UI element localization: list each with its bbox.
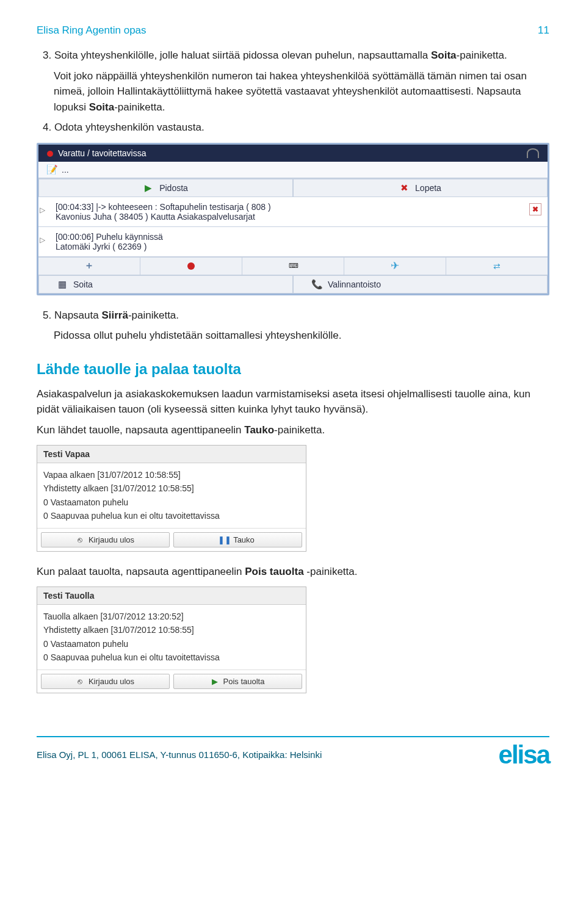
expand-icon[interactable]: ▷ — [40, 206, 45, 214]
call-entry-1: ▷ [00:04:33] |-> kohteeseen : Softapuhel… — [38, 197, 548, 227]
step-3-detail: Voit joko näppäillä yhteyshenkilön numer… — [37, 68, 549, 115]
status-text: Varattu / tavoitettavissa — [58, 148, 146, 158]
status-busy-icon — [47, 151, 53, 157]
plus-icon: ＋ — [84, 259, 94, 272]
free-since: Vapaa alkaen [31/07/2012 10:58:55] — [43, 468, 300, 482]
end-call-label: Lopeta — [415, 183, 441, 193]
connected-since: Yhdistetty alkaen [31/07/2012 10:58:55] — [43, 623, 300, 637]
logout-icon: ⎋ — [76, 536, 84, 543]
page-number: 11 — [538, 24, 549, 37]
unhold-button[interactable]: ▶ Pidosta — [38, 179, 293, 197]
dialpad-icon: ▦ — [57, 280, 67, 289]
elisa-logo: elisa — [499, 742, 549, 768]
play-icon: ▶ — [211, 677, 219, 685]
keyboard-icon: ⌨ — [289, 262, 298, 270]
logout-icon: ⎋ — [76, 677, 84, 685]
transfer-out-icon: ✈ — [391, 259, 399, 272]
close-icon: ✖ — [399, 183, 409, 193]
incoming-unavailable: 0 Saapuvaa puhelua kun ei oltu tavoitett… — [43, 509, 300, 522]
step-4: 4. Odota yhteyshenkilön vastausta. — [37, 120, 549, 135]
panel-button-bar: ⎋ Kirjaudu ulos ❚❚ Tauko — [37, 528, 306, 551]
pause-button[interactable]: ❚❚ Tauko — [173, 532, 302, 547]
call-bottom-bar: ▦ Soita 📞 Valinnantoisto — [38, 275, 548, 294]
call1-line2: Kavonius Juha ( 38405 ) Kautta Asiakaspa… — [56, 212, 539, 222]
note-icon: 📝 — [47, 165, 57, 175]
headset-icon — [527, 148, 539, 158]
section-heading-pause: Lähde tauolle ja palaa tauolta — [37, 361, 549, 378]
logout-button[interactable]: ⎋ Kirjaudu ulos — [41, 674, 170, 689]
call1-line1: [00:04:33] |-> kohteeseen : Softapuhelin… — [56, 202, 539, 212]
doc-title: Elisa Ring Agentin opas — [37, 24, 146, 37]
toolbar-transfer-button[interactable]: ✈ — [344, 258, 446, 275]
panel-title: Testi Vapaa — [37, 446, 306, 463]
pause-icon: ❚❚ — [221, 536, 228, 543]
paused-since: Tauolla alkaen [31/07/2012 13:20:52] — [43, 610, 300, 623]
missed-calls: 0 Vastaamaton puhelu — [43, 637, 300, 651]
toolbar-add-button[interactable]: ＋ — [38, 258, 140, 275]
panel-button-bar: ⎋ Kirjaudu ulos ▶ Pois tauolta — [37, 670, 306, 693]
footer-text: Elisa Oyj, PL 1, 00061 ELISA, Y-tunnus 0… — [37, 749, 322, 760]
pause-intro: Asiakaspalvelun ja asiakaskokemuksen laa… — [37, 386, 549, 417]
logout-label: Kirjaudu ulos — [89, 535, 134, 544]
page-footer: Elisa Oyj, PL 1, 00061 ELISA, Y-tunnus 0… — [37, 736, 549, 768]
step-5: 5. Napsauta Siirrä-painiketta. — [37, 308, 549, 323]
logout-button[interactable]: ⎋ Kirjaudu ulos — [41, 532, 170, 547]
remove-call-button[interactable]: ✖ — [529, 203, 541, 215]
panel-body: Vapaa alkaen [31/07/2012 10:58:55] Yhdis… — [37, 463, 306, 528]
unpause-label: Pois tauolta — [223, 677, 265, 686]
swap-icon: ⇄ — [493, 261, 501, 271]
phone-icon: 📞 — [312, 280, 322, 289]
panel-title: Testi Tauolla — [37, 587, 306, 605]
redial-label: Valinnantoisto — [328, 280, 381, 289]
unpause-button[interactable]: ▶ Pois tauolta — [173, 674, 302, 689]
incoming-unavailable: 0 Saapuvaa puhelua kun ei oltu tavoitett… — [43, 651, 300, 664]
call-panel-status-bar: Varattu / tavoitettavissa — [38, 145, 548, 162]
end-call-button[interactable]: ✖ Lopeta — [293, 179, 548, 197]
expand-icon[interactable]: ▷ — [40, 236, 45, 244]
panel-body: Tauolla alkaen [31/07/2012 13:20:52] Yhd… — [37, 605, 306, 670]
call-panel-screenshot: Varattu / tavoitettavissa 📝 ... ▶ Pidost… — [37, 143, 549, 295]
toolbar-swap-button[interactable]: ⇄ — [446, 258, 548, 275]
pause-label: Tauko — [233, 535, 255, 544]
step-5-detail: Pidossa ollut puhelu yhdistetään soittam… — [37, 328, 549, 344]
agent-panel-free: Testi Vapaa Vapaa alkaen [31/07/2012 10:… — [37, 445, 306, 552]
dial-button[interactable]: ▦ Soita — [38, 275, 293, 294]
note-row: 📝 ... — [38, 162, 548, 178]
call-toolbar: ＋ ⌨ ✈ ⇄ — [38, 257, 548, 275]
page-header: Elisa Ring Agentin opas 11 — [37, 24, 549, 37]
play-icon: ▶ — [143, 183, 153, 193]
note-text: ... — [62, 165, 69, 175]
pause-start-instruction: Kun lähdet tauolle, napsauta agenttipane… — [37, 422, 549, 438]
missed-calls: 0 Vastaamaton puhelu — [43, 496, 300, 509]
record-icon — [187, 262, 195, 270]
redial-button[interactable]: 📞 Valinnantoisto — [293, 275, 548, 294]
call-actions-row: ▶ Pidosta ✖ Lopeta — [38, 178, 548, 197]
agent-panel-paused: Testi Tauolla Tauolla alkaen [31/07/2012… — [37, 587, 306, 693]
dial-label: Soita — [73, 280, 93, 289]
call2-line1: [00:00:06] Puhelu käynnissä — [56, 232, 539, 242]
logout-label: Kirjaudu ulos — [89, 677, 134, 686]
call2-line2: Latomäki Jyrki ( 62369 ) — [56, 242, 539, 251]
toolbar-record-button[interactable] — [140, 258, 242, 275]
call-entry-2: ▷ [00:00:06] Puhelu käynnissä Latomäki J… — [38, 227, 548, 257]
unhold-label: Pidosta — [159, 183, 188, 193]
connected-since: Yhdistetty alkaen [31/07/2012 10:58:55] — [43, 482, 300, 495]
step-3: 3. Soita yhteyshenkilölle, jolle haluat … — [37, 48, 549, 63]
pause-end-instruction: Kun palaat tauolta, napsauta agenttipane… — [37, 564, 549, 580]
toolbar-keyboard-button[interactable]: ⌨ — [242, 258, 344, 275]
